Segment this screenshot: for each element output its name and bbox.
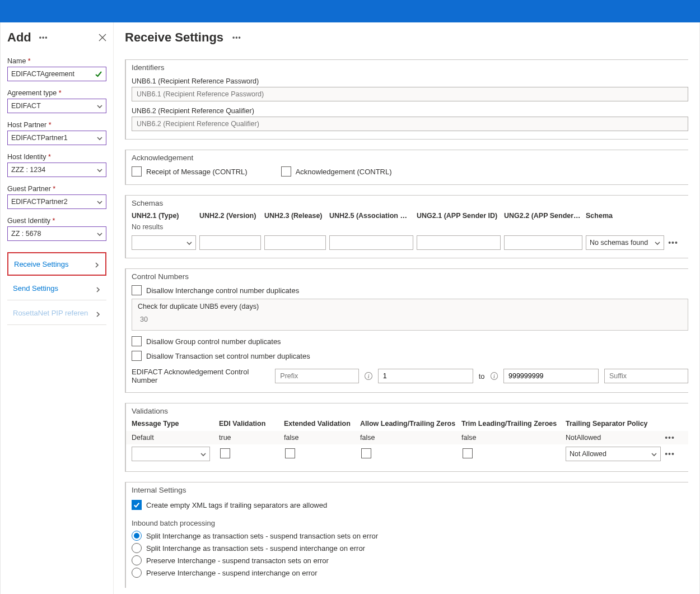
schema-ung21-input[interactable] [417,235,501,250]
nav-send-label: Send Settings [13,284,58,293]
chevron-right-icon [95,310,101,316]
section-identifiers: Identifiers UNB6.1 (Recipient Reference … [125,59,688,140]
chevron-down-icon [97,103,102,109]
guest-partner-select[interactable]: EDIFACTPartner2 [7,194,106,209]
val-edi: true [219,434,281,442]
ellipsis-icon[interactable]: ••• [39,34,48,41]
val-h-msgtype: Message Type [132,420,216,428]
val-edi-checkbox[interactable] [220,448,230,458]
section-validations: Validations Message Type EDI Validation … [125,403,688,472]
more-icon[interactable]: ••• [668,238,679,247]
section-schemas: Schemas UNH2.1 (Type) UNH2.2 (Version) U… [125,195,688,258]
info-icon[interactable]: i [365,372,372,380]
schema-assoc-input[interactable] [329,235,413,250]
info-icon[interactable]: i [491,372,498,380]
host-identity-select[interactable]: ZZZ : 1234 [7,163,106,177]
unb62-input[interactable] [132,117,688,131]
radio-split-txn-error[interactable]: Split Interchange as transaction sets - … [132,531,688,541]
checkbox-create-empty[interactable]: Create empty XML tags if trailing separa… [132,500,688,510]
val-row-default: Default true false false false NotAllowe… [126,431,688,444]
radio-preserve-interchange-error[interactable]: Preserve Interchange - suspend interchan… [132,568,688,578]
more-icon[interactable]: ••• [664,433,675,442]
checkbox-disallow-interchange-label: Disallow Interchange control number dupl… [146,286,299,295]
agreement-type-value: EDIFACT [11,102,41,110]
check-icon [95,70,102,78]
schema-headers: UNH2.1 (Type) UNH2.2 (Version) UNH2.3 (R… [132,212,688,220]
acn-from-input[interactable] [378,369,473,383]
ack-title: Acknowledgement [132,154,688,162]
nav-receive-settings[interactable]: Receive Settings [7,252,106,276]
chevron-right-icon [94,261,100,267]
chevron-down-icon [651,451,657,457]
agreement-type-label: Agreement type * [7,89,106,97]
checkbox-disallow-txn-label: Disallow Transaction set control number … [146,352,310,360]
val-h-allow: Allow Leading/Trailing Zeros [360,420,458,428]
nav-receive-label: Receive Settings [14,260,69,268]
checkbox-create-empty-label: Create empty XML tags if trailing separa… [146,501,327,509]
chevron-down-icon [97,199,102,205]
checkbox-disallow-txn[interactable]: Disallow Transaction set control number … [132,351,688,361]
checkbox-receipt-label: Receipt of Message (CONTRL) [146,168,248,176]
schema-header-assoc: UNH2.5 (Association … [329,212,413,220]
guest-identity-select[interactable]: ZZ : 5678 [7,226,106,241]
guest-partner-value: EDIFACTPartner2 [11,198,68,206]
val-h-policy: Trailing Separator Policy [566,420,661,428]
schema-header-version: UNH2.2 (Version) [199,212,261,220]
main-content: Receive Settings ••• Identifiers UNB6.1 … [114,22,699,594]
checkbox-ack[interactable]: Acknowledgement (CONTRL) [281,166,392,177]
blade-title: Add ••• [7,30,48,45]
schema-header-type: UNH2.1 (Type) [132,212,196,220]
acn-to-input[interactable] [503,369,599,383]
host-partner-select[interactable]: EDIFACTPartner1 [7,131,106,145]
check-dup-label: Check for duplicate UNB5 every (days) [138,303,682,310]
agreement-type-select[interactable]: EDIFACT [7,99,106,113]
val-row-input: Not Allowed ••• [126,444,688,463]
radio-preserve-txn-error[interactable]: Preserve Interchange - suspend transacto… [132,555,688,565]
main-title-text: Receive Settings [125,30,223,45]
val-ext-checkbox[interactable] [285,448,295,458]
checkbox-disallow-group[interactable]: Disallow Group control number duplicates [132,336,688,346]
chevron-down-icon [655,240,660,245]
schema-header-ung22: UNG2.2 (APP Sender… [504,212,582,220]
val-trim-checkbox[interactable] [463,448,473,458]
val-policy-select[interactable]: Not Allowed [566,447,661,461]
schemas-title: Schemas [132,199,688,207]
val-msgtype-select[interactable] [132,447,210,461]
checkbox-receipt[interactable]: Receipt of Message (CONTRL) [132,166,248,177]
check-dup-input[interactable] [138,312,682,327]
acn-suffix-input[interactable] [604,369,688,383]
host-partner-value: EDIFACTPartner1 [11,134,68,142]
acn-prefix-input[interactable] [275,369,359,383]
nav-rosettanet[interactable]: RosettaNet PIP referen [7,301,106,325]
schema-type-select[interactable] [132,235,196,250]
unb61-input[interactable] [132,87,688,101]
close-icon[interactable] [99,34,106,41]
cn-title: Control Numbers [132,272,688,281]
val-ext: false [284,434,357,442]
acn-label: EDIFACT Acknowledgement Control Number [132,368,269,384]
val-policy-value: Not Allowed [570,450,606,458]
radio2-label: Split Interchange as transaction sets - … [146,544,365,553]
schema-version-input[interactable] [199,235,261,250]
internal-title: Internal Settings [132,486,688,494]
schema-release-input[interactable] [264,235,326,250]
validations-title: Validations [126,407,688,415]
guest-identity-value: ZZ : 5678 [11,230,41,238]
val-allow-checkbox[interactable] [361,448,371,458]
ellipsis-icon[interactable]: ••• [232,34,241,41]
section-internal: Internal Settings Create empty XML tags … [125,482,688,588]
nav-send-settings[interactable]: Send Settings [7,277,106,300]
schema-noschemas-text: No schemas found [590,239,648,247]
radio-split-interchange-error[interactable]: Split Interchange as transaction sets - … [132,543,688,553]
schema-ung22-input[interactable] [504,235,582,250]
batch-label: Inbound batch processing [132,519,688,527]
unb62-label: UNB6.2 (Recipient Reference Qualifier) [132,107,688,115]
schema-select[interactable]: No schemas found [586,235,664,250]
checkbox-disallow-interchange[interactable]: Disallow Interchange control number dupl… [132,285,688,295]
radio4-label: Preserve Interchange - suspend interchan… [146,569,318,577]
check-dup-block: Check for duplicate UNB5 every (days) [132,299,688,331]
more-icon[interactable]: ••• [664,449,675,458]
schema-header-schema: Schema [586,212,664,220]
schema-header-ung21: UNG2.1 (APP Sender ID) [417,212,501,220]
name-input[interactable]: EDIFACTAgreement [7,67,106,81]
